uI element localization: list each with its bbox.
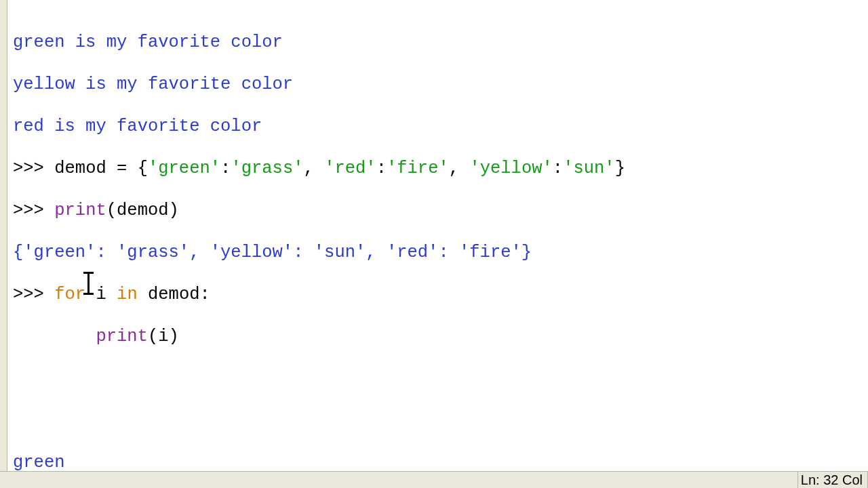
code-text: , (449, 159, 470, 178)
code-text: , (304, 159, 325, 178)
string-literal: 'yellow' (469, 159, 552, 178)
string-literal: 'green' (148, 159, 220, 178)
output-line: red is my favorite color (13, 117, 262, 136)
code-text: } (615, 159, 625, 178)
string-literal: 'fire' (387, 159, 449, 178)
output-line: yellow is my favorite color (13, 75, 293, 94)
string-literal: 'red' (324, 159, 376, 178)
status-bar: Ln: 32 Col (0, 471, 868, 488)
col-label: Col (838, 472, 863, 487)
prompt: >>> (13, 159, 54, 178)
cursor-position: Ln: 32 Col (797, 472, 865, 488)
keyword: in (117, 285, 138, 304)
indent (13, 327, 96, 346)
code-text: demod = { (54, 159, 148, 178)
ln-label: Ln: (801, 472, 823, 487)
code-text: : (553, 159, 563, 178)
string-literal: 'sun' (563, 159, 615, 178)
code-text (138, 285, 148, 304)
identifier: i (96, 285, 106, 304)
code-text: : (376, 159, 387, 178)
code-text: (demod) (106, 201, 179, 220)
output-line: {'green': 'grass', 'yellow': 'sun', 'red… (13, 243, 532, 262)
gutter-rail (0, 0, 7, 471)
string-literal: 'grass' (231, 159, 303, 178)
shell-editor[interactable]: green is my favorite color yellow is my … (7, 0, 865, 471)
code-text: : (220, 159, 231, 178)
code-text (85, 285, 96, 304)
prompt: >>> (13, 201, 54, 220)
code-text (106, 285, 117, 304)
builtin: print (96, 327, 148, 346)
code-text: (i) (148, 327, 179, 346)
output-line: green is my favorite color (13, 33, 283, 52)
ln-value: 32 (823, 472, 838, 487)
code-text: demod: (148, 285, 210, 304)
output-line: green (13, 453, 65, 472)
prompt: >>> (13, 285, 54, 304)
keyword: for (54, 285, 85, 304)
builtin: print (54, 201, 106, 220)
